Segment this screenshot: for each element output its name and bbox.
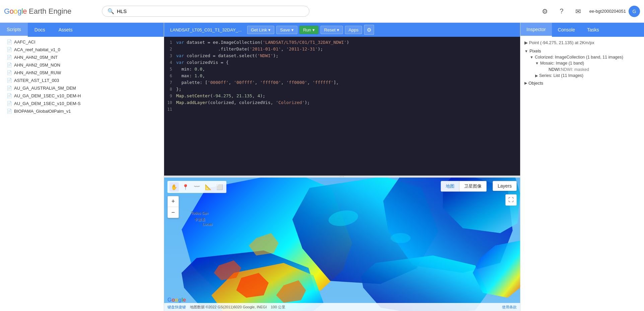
tab-tasks[interactable]: Tasks bbox=[581, 23, 605, 37]
list-item[interactable]: 📄 AHN_AHN2_05M_NON bbox=[0, 61, 164, 69]
file-icon: 📄 bbox=[7, 55, 12, 60]
map-status-bar: 键盘快捷键 地图数据 ©2022 GS(2011)6020 Google, IN… bbox=[164, 303, 520, 311]
fullscreen-button[interactable]: ⛶ bbox=[505, 194, 517, 206]
svg-marker-9 bbox=[236, 273, 269, 298]
list-item[interactable]: 📄 ACA_reef_habitat_v1_0 bbox=[0, 46, 164, 54]
apps-button[interactable]: Apps bbox=[345, 26, 362, 34]
expand-arrow-icon: ▶ bbox=[535, 74, 538, 78]
list-item[interactable]: 📄 AAFC_ACI bbox=[0, 38, 164, 46]
map-canvas: Todos San 卡波圣 Lucas 金坛 切图 Che... 贝尔莫潘 Be… bbox=[164, 178, 520, 311]
topbar: Google Earth Engine 🔍 ⚙ ? ✉ ee-bgt200020… bbox=[0, 0, 644, 23]
right-panel: Inspector Console Tasks ▶ Point (-94.275… bbox=[520, 23, 644, 311]
svg-rect-0 bbox=[164, 178, 520, 311]
keyboard-shortcuts[interactable]: 键盘快捷键 bbox=[167, 305, 186, 310]
ndwi-item: ⠀⠀ NDWI: NDWI: masked bbox=[541, 66, 640, 73]
file-icon: 📄 bbox=[7, 86, 12, 91]
code-line: 2 .filterDate('2011-01-01', '2011-12-31'… bbox=[164, 46, 520, 53]
map-type-satellite-button[interactable]: 卫星图像 bbox=[459, 181, 487, 192]
google-logo: Google bbox=[4, 7, 27, 16]
code-line: 11 bbox=[164, 106, 520, 113]
code-line: 6 max: 1.0, bbox=[164, 73, 520, 80]
left-tabs: Scripts Docs Assets bbox=[0, 23, 164, 37]
map-type-map-button[interactable]: 地图 bbox=[441, 181, 459, 192]
code-line: 4 var colorizedVis = { bbox=[164, 60, 520, 66]
list-item[interactable]: 📄 BIOPAMA_GlobalOilPalm_v1 bbox=[0, 107, 164, 115]
layers-button[interactable]: Layers bbox=[493, 181, 517, 191]
inspector-point: ▶ Point (-94.275, 21.135) at 2Km/px bbox=[524, 40, 640, 45]
search-icon: 🔍 bbox=[108, 8, 114, 14]
search-input[interactable] bbox=[117, 8, 304, 14]
city-label-cabo-san-lucas: 卡波圣 bbox=[194, 217, 205, 222]
reset-button[interactable]: Reset ▾ bbox=[320, 26, 343, 34]
pixels-section: ▼ Pixels ▼ Colorized: ImageCollection (1… bbox=[524, 48, 640, 79]
file-list: 📄 AAFC_ACI 📄 ACA_reef_habitat_v1_0 📄 AHN… bbox=[0, 37, 164, 311]
tab-assets[interactable]: Assets bbox=[52, 23, 79, 37]
expand-arrow-icon: ▼ bbox=[535, 61, 539, 65]
map-type-buttons: 地图 卫星图像 bbox=[441, 181, 487, 192]
inspector-content: ▶ Point (-94.275, 21.135) at 2Km/px ▼ Pi… bbox=[520, 37, 644, 311]
series-item[interactable]: ▶ Series: List (11 Images) bbox=[535, 73, 640, 79]
code-line: 5 min: 0.0, bbox=[164, 66, 520, 73]
right-tabs: Inspector Console Tasks bbox=[520, 23, 644, 37]
pan-tool-button[interactable]: ✋ bbox=[169, 182, 179, 192]
dropdown-arrow-icon: ▾ bbox=[312, 27, 315, 32]
svg-marker-4 bbox=[182, 250, 318, 311]
zoom-in-button[interactable]: + bbox=[168, 196, 178, 207]
dropdown-arrow-icon: ▾ bbox=[291, 27, 294, 32]
zoom-out-button[interactable]: − bbox=[168, 207, 178, 218]
line-tool-button[interactable]: 〰 bbox=[192, 182, 202, 192]
objects-section: ▶ Objects bbox=[524, 80, 640, 86]
list-item[interactable]: 📄 AHN_AHN2_05M_RUW bbox=[0, 69, 164, 77]
code-editor[interactable]: 1 var dataset = ee.ImageCollection('LAND… bbox=[164, 37, 520, 176]
google-watermark: Google bbox=[167, 297, 186, 303]
file-icon: 📄 bbox=[7, 93, 12, 98]
colorized-item[interactable]: ▼ Colorized: ImageCollection (1 band, 11… bbox=[530, 54, 640, 60]
map-area[interactable]: Todos San 卡波圣 Lucas 金坛 切图 Che... 贝尔莫潘 Be… bbox=[164, 178, 520, 311]
topbar-right: ⚙ ? ✉ ee-bgt2000204051 G bbox=[539, 6, 640, 17]
objects-section-header[interactable]: ▶ Objects bbox=[524, 80, 640, 86]
list-item[interactable]: 📄 AU_GA_AUSTRALIA_5M_DEM bbox=[0, 84, 164, 92]
pixels-section-header[interactable]: ▼ Pixels bbox=[524, 48, 640, 54]
settings-button[interactable]: ⚙ bbox=[539, 6, 551, 17]
map-data-attribution: 地图数据 ©2022 GS(2011)6020 Google, INEGI bbox=[190, 305, 267, 310]
svg-marker-3 bbox=[383, 178, 513, 273]
logo-area: Google Earth Engine bbox=[4, 7, 98, 16]
collapse-arrow-icon: ▶ bbox=[524, 81, 527, 85]
tab-scripts[interactable]: Scripts bbox=[0, 23, 28, 37]
code-line: 8 }; bbox=[164, 86, 520, 93]
tab-docs[interactable]: Docs bbox=[28, 23, 52, 37]
tab-console[interactable]: Console bbox=[552, 23, 581, 37]
list-item[interactable]: 📄 AU_GA_DEM_1SEC_v10_DEM-S bbox=[0, 100, 164, 107]
list-item[interactable]: 📄 AU_GA_DEM_1SEC_v10_DEM-H bbox=[0, 92, 164, 100]
terms-link[interactable]: 使用条款 bbox=[502, 305, 517, 310]
search-bar[interactable]: 🔍 bbox=[102, 6, 309, 17]
list-item[interactable]: 📄 ASTER_AST_L1T_003 bbox=[0, 77, 164, 84]
svg-marker-10 bbox=[276, 280, 306, 303]
user-area[interactable]: ee-bgt2000204051 G bbox=[589, 6, 640, 17]
file-icon: 📄 bbox=[7, 39, 12, 44]
editor-settings-button[interactable]: ⚙ bbox=[364, 25, 374, 35]
expand-arrow-icon: ▼ bbox=[530, 55, 533, 59]
mosaic-item[interactable]: ▼ Mosaic: Image (1 band) bbox=[535, 60, 640, 66]
script-title: LANDSAT_LT05_C01_T1_32DAY_... bbox=[167, 27, 245, 32]
get-link-button[interactable]: Get Link ▾ bbox=[247, 26, 274, 34]
code-line: 7 palette: ['0000ff', '00ffff', 'ffff00'… bbox=[164, 80, 520, 86]
polygon-tool-button[interactable]: 📐 bbox=[204, 182, 213, 192]
code-line: 9 Map.setCenter(-94.275, 21.135, 4); bbox=[164, 93, 520, 100]
point-tool-button[interactable]: 📍 bbox=[181, 182, 190, 192]
save-button[interactable]: Save ▾ bbox=[276, 26, 297, 34]
dropdown-arrow-icon: ▾ bbox=[268, 27, 271, 32]
svg-marker-11 bbox=[214, 261, 241, 280]
file-icon: 📄 bbox=[7, 78, 12, 83]
file-icon: 📄 bbox=[7, 63, 12, 68]
rectangle-tool-button[interactable]: ⬜ bbox=[215, 182, 224, 192]
help-button[interactable]: ? bbox=[556, 6, 567, 17]
mosaic-children: ⠀⠀ NDWI: NDWI: masked bbox=[535, 66, 640, 73]
svg-marker-2 bbox=[289, 178, 442, 291]
feedback-button[interactable]: ✉ bbox=[573, 6, 584, 17]
run-button[interactable]: Run ▾ bbox=[299, 26, 318, 34]
scale-indicator: 100 公里 bbox=[271, 305, 285, 310]
tab-inspector[interactable]: Inspector bbox=[520, 23, 552, 37]
list-item[interactable]: 📄 AHN_AHN2_05M_INT bbox=[0, 54, 164, 61]
svg-marker-8 bbox=[473, 240, 520, 298]
